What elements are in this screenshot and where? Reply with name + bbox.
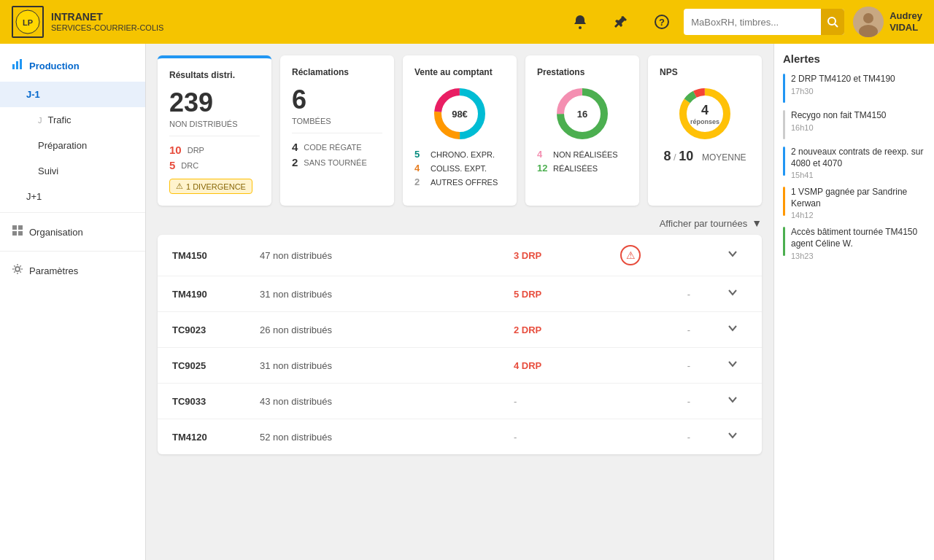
row-dist: 52 non distribués	[260, 432, 514, 443]
svg-rect-11	[16, 61, 18, 69]
sans-tournee-count: 2	[292, 156, 298, 168]
alert-bar	[783, 110, 785, 139]
alert-item[interactable]: Recygo non fait TM4150 16h10	[783, 110, 925, 139]
alert-item-bar: Recygo non fait TM4150 16h10	[783, 110, 925, 139]
header-title-main: INTRANET	[51, 11, 163, 23]
sidebar-production-sub: J-1 J Trafic Préparation Suivi J+1	[0, 82, 145, 209]
expand-icon[interactable]	[718, 358, 747, 373]
table-row[interactable]: TC9033 43 non distribués - -	[158, 384, 762, 419]
svg-point-5	[828, 18, 835, 25]
alert-circle-icon: ⚠	[620, 245, 641, 265]
table-row[interactable]: TC9025 31 non distribués 4 DRP -	[158, 348, 762, 384]
sans-tournee-detail: 2 SANS TOURNÉE	[292, 156, 382, 168]
sidebar-item-parametres[interactable]: Paramètres	[0, 254, 145, 287]
row-name: TC9023	[172, 324, 260, 335]
row-name: TM4190	[172, 289, 260, 300]
settings-icon	[12, 263, 23, 275]
realisees-label: RÉALISÉES	[553, 164, 598, 173]
drc-count: 5	[169, 159, 175, 171]
alert-content: Accès bâtiment tournée TM4150 agent Céli…	[791, 227, 925, 260]
row-extra: -	[660, 324, 718, 335]
table-row[interactable]: TM4190 31 non distribués 5 DRP -	[158, 276, 762, 312]
expand-icon[interactable]	[718, 322, 747, 337]
trafic-label: Trafic	[48, 114, 72, 125]
main-layout: Production J-1 J Trafic Préparation Suiv…	[0, 44, 934, 560]
alert-item[interactable]: 2 nouveaux contrats de reexp. sur 4080 e…	[783, 147, 925, 179]
alert-item[interactable]: 1 VSMP gagnée par Sandrine Kerwan 14h12	[783, 187, 925, 219]
sidebar-item-organisation[interactable]: Organisation	[0, 216, 145, 248]
user-avatar-img	[853, 7, 884, 37]
alert-text: 1 VSMP gagnée par Sandrine Kerwan	[791, 187, 925, 209]
table-row[interactable]: TM4150 47 non distribués 3 DRP ⚠	[158, 235, 762, 276]
coliss-row: 4 COLISS. EXPT.	[414, 163, 505, 174]
data-table: TM4150 47 non distribués 3 DRP ⚠ TM4190 …	[158, 235, 762, 454]
nps-score: 8	[663, 149, 671, 163]
reclamations-label: TOMBÉES	[292, 117, 382, 125]
help-button[interactable]: ?	[649, 9, 675, 35]
autres-count: 2	[414, 176, 426, 187]
row-drp: -	[514, 396, 601, 407]
code-regate-detail: 4 CODE RÉGATE	[292, 141, 382, 153]
divergence-badge[interactable]: ⚠ 1 DIVERGENCE	[169, 179, 252, 194]
jplus1-label: J+1	[26, 191, 42, 202]
vente-title: Vente au comptant	[414, 67, 505, 77]
user-area: Audrey VIDAL	[853, 7, 922, 37]
chevron-down-icon	[727, 287, 738, 298]
coliss-label: COLISS. EXPT.	[431, 164, 487, 173]
sidebar-item-suivi[interactable]: Suivi	[0, 158, 145, 184]
divergence-label: 1 DIVERGENCE	[186, 182, 246, 191]
suivi-label: Suivi	[38, 166, 58, 176]
alert-text: Accès bâtiment tournée TM4150 agent Céli…	[791, 227, 925, 249]
expand-icon[interactable]	[718, 394, 747, 408]
realisees-count: 12	[537, 163, 549, 174]
sidebar-item-j1[interactable]: J-1	[0, 82, 145, 107]
table-row[interactable]: TM4120 52 non distribués - -	[158, 419, 762, 454]
row-name: TM4150	[172, 250, 260, 261]
bar-chart-icon	[12, 58, 23, 70]
sidebar-item-jplus1[interactable]: J+1	[0, 184, 145, 209]
svg-rect-13	[12, 225, 17, 230]
logo-box: LP	[12, 6, 44, 38]
autres-label: AUTRES OFFRES	[431, 178, 498, 187]
expand-icon[interactable]	[718, 287, 747, 301]
chevron-down-icon	[727, 322, 738, 334]
logo-area: LP INTRANET SERVICES-COURRIER-COLIS	[12, 6, 163, 38]
kpi-drp-detail: 10 DRP	[169, 144, 260, 156]
nps-score-area: 8 / 10 MOYENNE	[663, 149, 746, 164]
search-button[interactable]	[821, 9, 844, 35]
row-dist: 43 non distribués	[260, 396, 514, 407]
svg-rect-12	[20, 59, 22, 69]
sidebar-item-production[interactable]: Production	[0, 50, 145, 82]
expand-icon[interactable]	[718, 429, 747, 444]
svg-point-17	[15, 267, 20, 271]
warning-icon: ⚠	[176, 182, 183, 191]
alert-item[interactable]: 2 DRP TM4120 et TM4190 17h30	[783, 74, 925, 103]
alert-item-bar: 2 DRP TM4120 et TM4190 17h30	[783, 74, 925, 103]
chevron-down-icon	[727, 358, 738, 370]
nps-donut-wrapper: 4 réponses	[676, 85, 734, 143]
row-extra: -	[660, 432, 718, 443]
alert-bar	[783, 187, 785, 216]
row-name: TC9033	[172, 396, 260, 407]
sidebar-item-preparation[interactable]: Préparation	[0, 133, 145, 158]
drc-label: DRC	[181, 161, 198, 170]
alert-item-bar: Accès bâtiment tournée TM4150 agent Céli…	[783, 227, 925, 260]
chrono-count: 5	[414, 149, 426, 160]
row-drp: 4 DRP	[514, 360, 601, 371]
table-row[interactable]: TC9023 26 non distribués 2 DRP -	[158, 312, 762, 348]
search-input[interactable]	[684, 12, 821, 32]
row-drp: 5 DRP	[514, 289, 601, 300]
row-alert: ⚠	[601, 245, 660, 265]
pin-button[interactable]	[608, 9, 634, 35]
chevron-down-icon[interactable]: ▼	[752, 217, 762, 229]
alert-item-bar: 1 VSMP gagnée par Sandrine Kerwan 14h12	[783, 187, 925, 219]
kpi-row: Résultats distri. 239 NON DISTRIBUÉS 10 …	[158, 55, 762, 206]
alert-item[interactable]: Accès bâtiment tournée TM4150 agent Céli…	[783, 227, 925, 260]
sidebar-item-trafic[interactable]: J Trafic	[0, 107, 145, 133]
kpi-nps: NPS 4 réponses	[648, 55, 762, 206]
vente-donut-label: 98€	[452, 109, 468, 120]
expand-icon[interactable]	[718, 248, 747, 262]
la-poste-logo: LP	[15, 9, 41, 35]
notification-button[interactable]	[567, 9, 593, 35]
alert-time: 13h23	[791, 252, 925, 260]
